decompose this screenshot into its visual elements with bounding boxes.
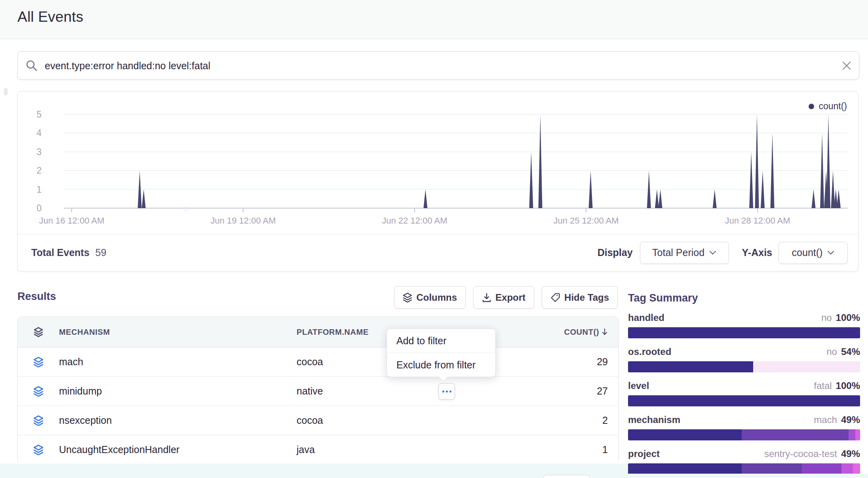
- events-chart-panel: 012345Jun 16 12:00 AMJun 19 12:00 AMJun …: [17, 91, 858, 271]
- row-layers-icon: [18, 357, 59, 368]
- mechanism-cell[interactable]: UncaughtExceptionHandler: [59, 444, 297, 455]
- table-row[interactable]: nsexception cocoa 2: [18, 406, 618, 435]
- chart-footer: Total Events 59 Display Total Period Y-A…: [18, 234, 858, 271]
- export-button[interactable]: Export: [473, 286, 534, 309]
- export-button-label: Export: [495, 292, 525, 303]
- tag-top-value: sentry-cocoa-test: [764, 448, 837, 459]
- tag-top-value: mach: [814, 414, 837, 425]
- platform-cell[interactable]: native: [297, 385, 519, 397]
- count-cell[interactable]: 2: [519, 415, 618, 426]
- tag-top-value: no: [821, 312, 832, 323]
- table-row[interactable]: mach cocoa 29: [18, 347, 618, 377]
- chevron-down-icon: [709, 250, 716, 255]
- page-title: All Events: [17, 9, 84, 25]
- tag-bar-segment[interactable]: [742, 429, 849, 440]
- display-select-value: Total Period: [652, 247, 704, 258]
- tag-row-os-rooted: os.rooted no54%: [628, 346, 860, 378]
- tag-bar-segment[interactable]: [802, 463, 841, 474]
- search-icon: [25, 59, 38, 72]
- yaxis-label: Y-Axis: [742, 247, 772, 258]
- menu-item-add-to-filter[interactable]: Add to filter: [387, 329, 495, 353]
- pagination-stub[interactable]: [543, 475, 590, 478]
- tag-bar[interactable]: [628, 327, 860, 338]
- mechanism-cell[interactable]: minidump: [59, 385, 297, 397]
- tag-row-level: level fatal100%: [628, 380, 860, 412]
- tag-row-handled: handled no100%: [628, 312, 860, 344]
- download-icon: [482, 292, 491, 303]
- table-row[interactable]: UncaughtExceptionHandler java 1: [18, 435, 618, 464]
- platform-cell[interactable]: java: [297, 444, 519, 455]
- svg-text:2: 2: [36, 165, 42, 176]
- tag-bar[interactable]: [628, 463, 860, 474]
- clear-search-icon[interactable]: [838, 57, 856, 75]
- tag-bar[interactable]: [628, 361, 860, 372]
- column-header-count[interactable]: COUNT(): [519, 328, 618, 337]
- menu-item-exclude-from-filter[interactable]: Exclude from filter: [387, 353, 495, 377]
- platform-cell[interactable]: cocoa: [297, 415, 519, 426]
- chart-artifact-dot: [184, 207, 188, 211]
- tag-bar-segment[interactable]: [628, 463, 742, 474]
- svg-text:0: 0: [36, 203, 42, 213]
- tag-bar-segment[interactable]: [628, 429, 742, 440]
- mechanism-cell[interactable]: nsexception: [59, 415, 297, 426]
- chevron-down-icon: [827, 250, 834, 255]
- tag-name: handled: [628, 312, 664, 323]
- yaxis-select-value: count(): [792, 247, 823, 258]
- tag-bar-segment[interactable]: [628, 395, 860, 406]
- svg-text:3: 3: [36, 147, 42, 157]
- count-cell[interactable]: 29: [519, 356, 618, 368]
- results-toolbar: Columns Export Hide Tags: [17, 286, 618, 309]
- hide-tags-button[interactable]: Hide Tags: [542, 286, 618, 309]
- tag-top-pct: 100%: [836, 312, 860, 323]
- mechanism-cell[interactable]: mach: [59, 356, 297, 368]
- table-row[interactable]: minidump native 27: [18, 377, 618, 406]
- hide-tags-button-label: Hide Tags: [564, 292, 609, 303]
- yaxis-select[interactable]: count(): [779, 242, 848, 264]
- row-actions-button[interactable]: [438, 383, 455, 400]
- count-cell[interactable]: 1: [519, 444, 618, 455]
- tag-bar-segment[interactable]: [753, 361, 860, 372]
- tag-top-pct: 49%: [841, 414, 860, 425]
- tag-bar-segment[interactable]: [849, 429, 856, 440]
- tag-bar[interactable]: [628, 429, 860, 440]
- count-cell[interactable]: 27: [519, 385, 618, 397]
- row-layers-icon: [18, 415, 59, 426]
- tag-bar-segment[interactable]: [853, 463, 860, 474]
- total-events-value: 59: [95, 247, 107, 258]
- tag-bar-segment[interactable]: [628, 327, 860, 338]
- svg-text:Jun 16 12:00 AM: Jun 16 12:00 AM: [39, 216, 104, 226]
- sort-desc-icon: [602, 328, 608, 336]
- svg-text:Jun 25 12:00 AM: Jun 25 12:00 AM: [553, 216, 619, 226]
- layers-icon[interactable]: [18, 327, 59, 337]
- tag-bar[interactable]: [628, 395, 860, 406]
- legend-dot: [809, 104, 814, 109]
- display-label: Display: [598, 247, 633, 258]
- chart-legend: count(): [809, 101, 847, 112]
- layers-icon: [403, 292, 412, 303]
- tag-top-pct: 49%: [841, 448, 860, 459]
- results-table: MECHANISM PLATFORM.NAME COUNT() mach coc…: [17, 317, 619, 463]
- tag-bar-segment[interactable]: [841, 463, 853, 474]
- tag-row-mechanism: mechanism mach49%: [628, 414, 860, 446]
- svg-text:4: 4: [36, 128, 42, 138]
- legend-label: count(): [819, 101, 847, 112]
- tag-top-value: no: [826, 346, 837, 357]
- svg-text:Jun 28 12:00 AM: Jun 28 12:00 AM: [725, 216, 790, 226]
- tag-bar-segment[interactable]: [855, 429, 860, 440]
- display-select[interactable]: Total Period: [640, 242, 729, 264]
- page-background-strip: [628, 474, 868, 478]
- row-layers-icon: [18, 386, 59, 397]
- svg-text:Jun 22 12:00 AM: Jun 22 12:00 AM: [382, 216, 447, 226]
- page-header: [0, 0, 868, 39]
- tag-top-pct: 54%: [841, 346, 860, 357]
- svg-text:1: 1: [36, 184, 42, 195]
- columns-button[interactable]: Columns: [394, 286, 466, 309]
- ellipsis-icon: [442, 391, 444, 393]
- tag-bar-segment[interactable]: [742, 463, 802, 474]
- column-header-mechanism[interactable]: MECHANISM: [59, 328, 297, 337]
- tag-top-value: fatal: [814, 380, 832, 391]
- search-input[interactable]: [44, 60, 838, 72]
- tag-bar-segment[interactable]: [628, 361, 753, 372]
- svg-text:5: 5: [36, 109, 42, 120]
- panel-drag-handle: [4, 88, 8, 95]
